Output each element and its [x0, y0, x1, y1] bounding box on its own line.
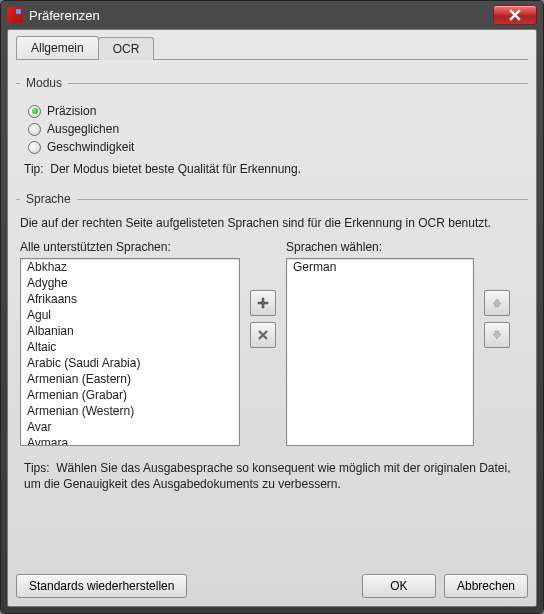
modus-legend: Modus — [20, 76, 68, 90]
list-item[interactable]: Afrikaans — [21, 291, 239, 307]
tip-text: Der Modus bietet beste Qualität für Erke… — [50, 162, 301, 176]
tips-label: Tips: — [24, 461, 50, 475]
move-up-button[interactable] — [484, 290, 510, 316]
tab-general[interactable]: Allgemein — [16, 36, 99, 59]
move-down-button[interactable] — [484, 322, 510, 348]
selected-languages-list[interactable]: German — [286, 258, 474, 446]
all-languages-list[interactable]: AbkhazAdygheAfrikaansAgulAlbanianAltaicA… — [20, 258, 240, 446]
modus-group: Modus Präzision Ausgeglichen Geschwindig… — [16, 76, 528, 184]
cancel-button[interactable]: Abbrechen — [444, 574, 528, 598]
tabstrip: Allgemein OCR — [16, 36, 528, 60]
list-item[interactable]: Altaic — [21, 339, 239, 355]
list-item[interactable]: Adyghe — [21, 275, 239, 291]
transfer-buttons — [250, 290, 276, 348]
order-buttons — [484, 290, 510, 348]
sprache-tips: Tips: Wählen Sie das Ausgabesprache so k… — [24, 460, 520, 492]
content-spacer — [16, 500, 528, 564]
radio-label: Präzision — [47, 104, 96, 118]
x-icon — [256, 328, 270, 342]
radio-label: Ausgeglichen — [47, 122, 119, 136]
radio-precision[interactable]: Präzision — [28, 104, 524, 118]
language-area: Alle unterstützten Sprachen: AbkhazAdygh… — [20, 240, 524, 446]
client-area: Allgemein OCR Modus Präzision Ausgeglich… — [7, 29, 537, 607]
close-button[interactable] — [493, 5, 537, 25]
footer: Standards wiederherstellen OK Abbrechen — [16, 564, 528, 598]
list-item[interactable]: Aymara — [21, 435, 239, 446]
list-item[interactable]: Armenian (Eastern) — [21, 371, 239, 387]
arrow-down-icon — [490, 328, 504, 342]
radio-speed[interactable]: Geschwindigkeit — [28, 140, 524, 154]
app-icon — [7, 7, 23, 23]
all-languages-col: Alle unterstützten Sprachen: AbkhazAdygh… — [20, 240, 240, 446]
list-item[interactable]: German — [287, 259, 473, 275]
list-item[interactable]: Arabic (Saudi Arabia) — [21, 355, 239, 371]
radio-icon — [28, 141, 41, 154]
sprache-intro: Die auf der rechten Seite aufgelisteten … — [20, 216, 524, 230]
tab-ocr[interactable]: OCR — [98, 37, 155, 60]
tips-text: Wählen Sie das Ausgabesprache so konsequ… — [24, 461, 511, 491]
modus-tip: Tip: Der Modus bietet beste Qualität für… — [24, 162, 520, 176]
add-language-button[interactable] — [250, 290, 276, 316]
tip-label: Tip: — [24, 162, 44, 176]
list-item[interactable]: Albanian — [21, 323, 239, 339]
radio-icon — [28, 105, 41, 118]
close-icon — [509, 9, 521, 21]
tab-content: Modus Präzision Ausgeglichen Geschwindig… — [16, 60, 528, 598]
list-item[interactable]: Abkhaz — [21, 259, 239, 275]
list-item[interactable]: Armenian (Western) — [21, 403, 239, 419]
selected-languages-label: Sprachen wählen: — [286, 240, 474, 254]
list-item[interactable]: Avar — [21, 419, 239, 435]
sprache-legend: Sprache — [20, 192, 77, 206]
sprache-group: Sprache Die auf der rechten Seite aufgel… — [16, 192, 528, 500]
list-item[interactable]: Agul — [21, 307, 239, 323]
all-languages-label: Alle unterstützten Sprachen: — [20, 240, 240, 254]
radio-balanced[interactable]: Ausgeglichen — [28, 122, 524, 136]
radio-label: Geschwindigkeit — [47, 140, 134, 154]
arrow-up-icon — [490, 296, 504, 310]
plus-icon — [256, 296, 270, 310]
radio-icon — [28, 123, 41, 136]
window-title: Präferenzen — [29, 8, 493, 23]
list-item[interactable]: Armenian (Grabar) — [21, 387, 239, 403]
remove-language-button[interactable] — [250, 322, 276, 348]
selected-languages-col: Sprachen wählen: German — [286, 240, 474, 446]
preferences-window: Präferenzen Allgemein OCR Modus Präzisio… — [0, 0, 544, 614]
titlebar: Präferenzen — [1, 1, 543, 29]
restore-defaults-button[interactable]: Standards wiederherstellen — [16, 574, 187, 598]
ok-button[interactable]: OK — [362, 574, 436, 598]
